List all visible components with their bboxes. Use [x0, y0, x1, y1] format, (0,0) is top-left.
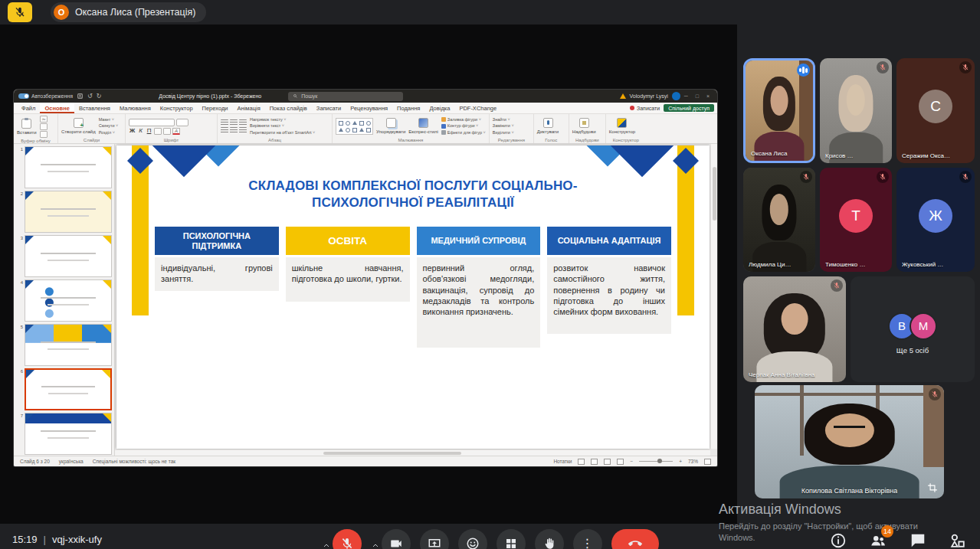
zoom-level[interactable]: 73%: [688, 459, 698, 464]
language-indicator[interactable]: українська: [59, 459, 84, 464]
slide-thumbnail[interactable]: 2: [16, 191, 112, 233]
raise-hand-button[interactable]: [535, 529, 564, 549]
ribbon-tab[interactable]: Подання: [392, 103, 424, 113]
numbering-icon[interactable]: [230, 119, 238, 126]
slide-thumbnail[interactable]: 4: [16, 279, 112, 322]
window-controls[interactable]: ─ □ ×: [684, 93, 713, 99]
more-options-button[interactable]: ⋮: [573, 529, 602, 549]
ribbon-tab[interactable]: Анімація: [233, 103, 265, 113]
account-avatar[interactable]: [672, 92, 680, 100]
participant-tile-tymoshenko[interactable]: Т Тимошенко …: [820, 168, 892, 272]
paste-button[interactable]: Вставити: [17, 119, 37, 135]
presenter-pill[interactable]: О Оксана Лиса (Презентація): [51, 2, 206, 22]
notes-button[interactable]: Нотатки: [553, 459, 572, 464]
addins-button[interactable]: Надбудови: [572, 118, 596, 134]
bold-button[interactable]: Ж: [129, 128, 136, 134]
fit-to-window-icon[interactable]: [704, 459, 711, 465]
italic-button[interactable]: К: [137, 128, 144, 134]
ribbon-tab[interactable]: Файл: [17, 103, 40, 113]
normal-view-icon[interactable]: [578, 459, 585, 465]
replace-menu[interactable]: Замінити: [493, 123, 514, 129]
callout-shape-icon[interactable]: [346, 128, 350, 132]
slide-thumbnail[interactable]: 7: [16, 413, 112, 455]
accessibility-checker[interactable]: Спеціальні можливості: щось не так: [93, 459, 175, 464]
participant-tile-krysov[interactable]: Крисов …: [820, 58, 892, 163]
indent-icon[interactable]: [239, 119, 247, 126]
ribbon-tab[interactable]: Записати: [312, 103, 346, 113]
connector-shape-icon[interactable]: [352, 128, 357, 132]
ribbon-tab[interactable]: Показ слайдів: [265, 103, 312, 113]
layout-menu[interactable]: Макет: [99, 117, 119, 123]
reset-button[interactable]: Скинути: [99, 123, 119, 129]
bullets-icon[interactable]: [221, 119, 228, 126]
account-name[interactable]: Volodymyr Lysyi: [630, 93, 668, 99]
horizontal-scrollbar[interactable]: [115, 449, 710, 456]
mic-toggle-button[interactable]: [333, 529, 362, 549]
frame-shape-icon[interactable]: [366, 128, 371, 132]
ribbon-tab[interactable]: Малювання: [115, 103, 156, 113]
ellipse-shape-icon[interactable]: [346, 121, 350, 126]
ribbon-tab[interactable]: Вставлення: [74, 103, 115, 113]
activities-icon[interactable]: [949, 532, 966, 549]
share-button[interactable]: Спільний доступ: [664, 104, 714, 112]
line-shape-icon[interactable]: [359, 121, 364, 126]
slide-sorter-icon[interactable]: [591, 459, 598, 465]
ribbon-tab[interactable]: Основне: [40, 103, 74, 113]
participant-tile-oksana[interactable]: Оксана Лиса: [743, 58, 815, 163]
zoom-out-button[interactable]: −: [630, 459, 633, 464]
reading-view-icon[interactable]: [604, 459, 611, 465]
present-button[interactable]: [420, 529, 449, 549]
select-menu[interactable]: Виділити: [493, 130, 514, 136]
slide-thumbnail[interactable]: 5: [16, 324, 112, 366]
align-right-icon[interactable]: [239, 127, 247, 133]
find-button[interactable]: Знайти: [493, 117, 514, 123]
designer-button[interactable]: Конструктор: [609, 118, 635, 134]
ribbon-tab[interactable]: Рецензування: [346, 103, 392, 113]
ribbon-tab[interactable]: Конструктор: [156, 103, 198, 113]
align-left-icon[interactable]: [221, 127, 228, 133]
font-color-icon[interactable]: А: [172, 128, 180, 135]
star-shape-icon[interactable]: [339, 128, 343, 132]
dictate-button[interactable]: Диктувати: [537, 118, 559, 134]
block-arrow-shape-icon[interactable]: [359, 128, 364, 132]
convert-smartart-menu[interactable]: Перетворити на об'єкт SmartArt: [250, 130, 315, 136]
shape-outline-menu[interactable]: Контур фігури: [441, 123, 486, 129]
slide-thumbnail[interactable]: 6: [16, 368, 112, 410]
save-icon[interactable]: [77, 93, 84, 100]
crop-tile-icon[interactable]: [927, 482, 939, 495]
vertical-scrollbar[interactable]: [710, 144, 717, 449]
autosave-toggle[interactable]: Автозбереження: [18, 93, 73, 99]
copy-icon[interactable]: [40, 123, 48, 130]
participants-icon[interactable]: 14: [870, 532, 887, 549]
camera-toggle-button[interactable]: [382, 529, 411, 549]
meeting-details-icon[interactable]: [830, 532, 847, 549]
triangle-shape-icon[interactable]: [352, 121, 357, 125]
slide-thumbnail[interactable]: 1: [16, 146, 112, 188]
ribbon-tab[interactable]: Переходи: [198, 103, 233, 113]
font-name-combobox[interactable]: [129, 119, 175, 126]
mic-options-chevron-icon[interactable]: [322, 541, 331, 549]
text-direction-menu[interactable]: Напрямок тексту: [250, 117, 315, 123]
zoom-slider[interactable]: [639, 461, 673, 462]
participant-tile-cherpak[interactable]: Черпак Анна Віталіївна: [743, 276, 846, 382]
text-shadow-icon[interactable]: [154, 128, 162, 135]
arrange-button[interactable]: Упорядкувати: [376, 118, 405, 134]
shape-effects-menu[interactable]: Ефекти для фігур: [441, 130, 486, 136]
change-layout-button[interactable]: [497, 529, 526, 549]
participant-tile-serazhym[interactable]: С Серажим Окса…: [896, 58, 975, 163]
participant-tile-liudmyla[interactable]: Людмила Ци…: [743, 168, 815, 272]
zoom-in-button[interactable]: +: [679, 459, 682, 464]
shape-fill-menu[interactable]: Заливка фігури: [441, 117, 486, 123]
ribbon-tab[interactable]: Довідка: [424, 103, 454, 113]
arrow-shape-icon[interactable]: [366, 121, 371, 126]
redo-icon[interactable]: ↻: [97, 93, 102, 100]
slideshow-icon[interactable]: [617, 459, 624, 465]
undo-icon[interactable]: ↺: [87, 93, 93, 100]
align-center-icon[interactable]: [230, 127, 238, 133]
rectangle-shape-icon[interactable]: [339, 121, 343, 126]
font-size-combobox[interactable]: [176, 119, 188, 126]
slide-thumbnail[interactable]: 3: [16, 235, 112, 277]
format-painter-icon[interactable]: [40, 131, 48, 138]
section-menu[interactable]: Розділ: [99, 130, 119, 136]
participant-tile-kopylova[interactable]: Копилова Світлана Вікторівна: [755, 385, 944, 498]
